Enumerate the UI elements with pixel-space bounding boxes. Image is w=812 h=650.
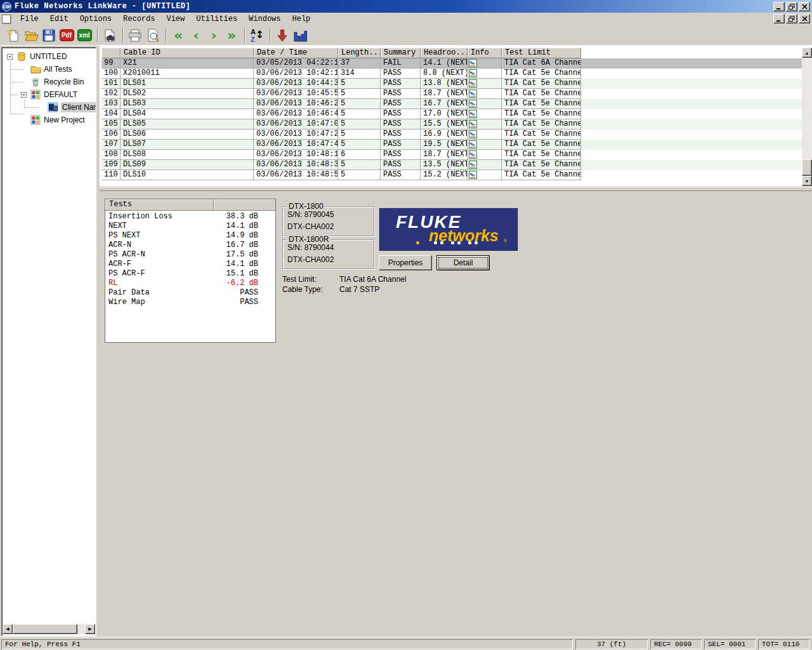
restore-button[interactable] — [786, 2, 797, 11]
table-row[interactable]: 108 DLS08 03/06/2013 10:48:11am 6 PASS 1… — [102, 150, 802, 160]
menu-file[interactable]: File — [15, 13, 44, 25]
tree-item-new-project[interactable]: New Project — [30, 114, 85, 126]
table-row[interactable]: 105 DLS05 03/06/2013 10:47:09am 5 PASS 1… — [102, 119, 802, 129]
test-result-row[interactable]: RL -6.2 dB — [105, 279, 275, 288]
child-close-button[interactable] — [799, 14, 810, 23]
info-plot-icon[interactable] — [468, 129, 502, 140]
test-result-row[interactable]: ACR-N 16.7 dB — [105, 241, 275, 250]
export-xml-icon[interactable]: xml — [76, 27, 93, 44]
table-row[interactable]: 100 X2010011 03/06/2013 10:42:19am 314 P… — [102, 69, 802, 79]
info-plot-icon[interactable] — [468, 58, 502, 69]
column-header-info[interactable]: Info — [468, 48, 502, 58]
status-selected-count: SEL= 0001 — [704, 639, 756, 649]
tree-horizontal-scrollbar[interactable]: ◀ ▶ — [3, 624, 95, 634]
test-result-row[interactable]: Pair Data PASS — [105, 288, 275, 298]
date-time-cell: 03/06/2013 10:48:30am — [254, 160, 338, 170]
close-button[interactable] — [799, 2, 810, 11]
folder-icon — [30, 64, 41, 74]
child-minimize-button[interactable] — [773, 14, 785, 23]
table-row[interactable]: 107 DLS07 03/06/2013 10:47:48am 5 PASS 1… — [102, 140, 802, 150]
minimize-button[interactable] — [773, 2, 785, 11]
menu-utilities[interactable]: Utilities — [190, 13, 243, 25]
column-header-number[interactable] — [102, 48, 121, 58]
download-icon[interactable] — [274, 27, 291, 44]
table-row[interactable]: 101 DLS01 03/06/2013 10:44:39am 5 PASS 1… — [102, 79, 802, 89]
tree-item-untitled[interactable]: UNTITLED — [7, 50, 67, 63]
column-header-summary[interactable]: Summary — [381, 48, 421, 58]
column-header-length[interactable]: Length... — [338, 48, 381, 58]
test-result-row[interactable]: PS ACR-N 17.5 dB — [105, 250, 275, 260]
first-record-icon[interactable]: « — [170, 27, 187, 44]
scroll-up-icon[interactable]: ▲ — [802, 48, 812, 58]
tree-item-default[interactable]: DEFAULT — [21, 88, 77, 101]
table-row[interactable]: 102 DLS02 03/06/2013 10:45:50am 5 PASS 1… — [102, 89, 802, 99]
table-row[interactable]: 104 DLS04 03/06/2013 10:46:48am 5 PASS 1… — [102, 109, 802, 119]
menu-view[interactable]: View — [160, 13, 190, 25]
table-row[interactable]: 103 DLS03 03/06/2013 10:46:26am 5 PASS 1… — [102, 99, 802, 109]
test-result-row[interactable]: Wire Map PASS — [105, 298, 275, 307]
open-file-icon[interactable] — [23, 27, 39, 44]
sort-icon[interactable]: A Z ↕ — [249, 27, 265, 44]
print-preview-icon[interactable] — [145, 27, 161, 44]
scrollbar-track[interactable] — [802, 58, 812, 176]
column-header-headroom[interactable]: Headroo... — [421, 48, 468, 58]
app-icon[interactable]: LW — [2, 2, 11, 11]
info-plot-icon[interactable] — [468, 150, 502, 160]
info-plot-icon[interactable] — [468, 89, 502, 99]
info-plot-icon[interactable] — [468, 119, 502, 129]
column-header-test-limit[interactable]: Test Limit — [502, 48, 581, 58]
previous-record-icon[interactable]: ‹ — [188, 27, 204, 44]
info-plot-icon[interactable] — [468, 140, 502, 150]
info-plot-icon[interactable] — [468, 79, 502, 89]
test-value: 38.3 dB — [206, 212, 275, 222]
scroll-left-icon[interactable]: ◀ — [3, 624, 13, 634]
test-result-row[interactable]: NEXT 14.1 dB — [105, 222, 275, 231]
collapse-icon[interactable] — [21, 92, 27, 98]
chart-icon[interactable] — [292, 27, 308, 44]
view-report-icon[interactable] — [102, 27, 118, 44]
save-icon[interactable] — [41, 27, 57, 44]
menu-help[interactable]: Help — [287, 13, 317, 25]
scrollbar-thumb[interactable] — [802, 159, 812, 176]
tree-item-client[interactable]: Client Nam — [48, 101, 96, 114]
horizontal-splitter[interactable] — [100, 187, 812, 191]
collapse-icon[interactable] — [7, 54, 13, 60]
info-plot-icon[interactable] — [468, 69, 502, 79]
table-row[interactable]: 106 DLS06 03/06/2013 10:47:27am 5 PASS 1… — [102, 129, 802, 140]
scrollbar-thumb[interactable] — [13, 624, 77, 634]
info-plot-icon[interactable] — [468, 160, 502, 170]
properties-button[interactable]: Properties — [379, 255, 432, 270]
scroll-right-icon[interactable]: ▶ — [85, 624, 95, 634]
export-pdf-icon[interactable]: Pdf — [58, 27, 75, 44]
next-record-icon[interactable]: › — [206, 27, 222, 44]
info-plot-icon[interactable] — [468, 99, 502, 109]
tree-item-recycle-bin[interactable]: Recycle Bin — [30, 76, 84, 88]
last-record-icon[interactable]: » — [223, 27, 240, 44]
table-row[interactable]: 109 DLS09 03/06/2013 10:48:30am 5 PASS 1… — [102, 160, 802, 170]
menu-options[interactable]: Options — [74, 13, 117, 25]
column-header-cable-id[interactable]: Cable ID — [121, 48, 254, 58]
test-result-row[interactable]: PS ACR-F 15.1 dB — [105, 269, 275, 279]
scrollbar-track[interactable] — [77, 624, 85, 634]
document-icon[interactable] — [2, 15, 11, 23]
test-result-row[interactable]: Insertion Loss 38.3 dB — [105, 212, 275, 222]
scroll-down-icon[interactable]: ▼ — [802, 176, 812, 186]
info-plot-icon[interactable] — [468, 109, 502, 119]
child-restore-button[interactable] — [786, 14, 797, 23]
column-header-date-time[interactable]: Date / Time — [254, 48, 338, 58]
print-icon[interactable] — [127, 27, 143, 44]
date-time-cell: 03/06/2013 10:44:39am — [254, 79, 338, 89]
table-row[interactable]: 110 DLS10 03/06/2013 10:48:51am 5 PASS 1… — [102, 170, 802, 180]
info-plot-icon[interactable] — [468, 170, 502, 180]
tree-item-all-tests[interactable]: All Tests — [30, 63, 72, 76]
menu-windows[interactable]: Windows — [243, 13, 286, 25]
test-result-row[interactable]: PS NEXT 14.9 dB — [105, 231, 275, 241]
detail-button[interactable]: Detail — [436, 255, 490, 270]
table-row[interactable]: 99 X21 03/05/2013 04:22:12pm 37 FAIL 14.… — [102, 58, 802, 69]
test-value: 14.1 dB — [206, 260, 275, 269]
menu-edit[interactable]: Edit — [44, 13, 74, 25]
new-file-icon[interactable] — [5, 27, 22, 44]
menu-records[interactable]: Records — [117, 13, 160, 25]
test-result-row[interactable]: ACR-F 14.1 dB — [105, 260, 275, 269]
table-vertical-scrollbar[interactable]: ▲ ▼ — [802, 48, 812, 186]
